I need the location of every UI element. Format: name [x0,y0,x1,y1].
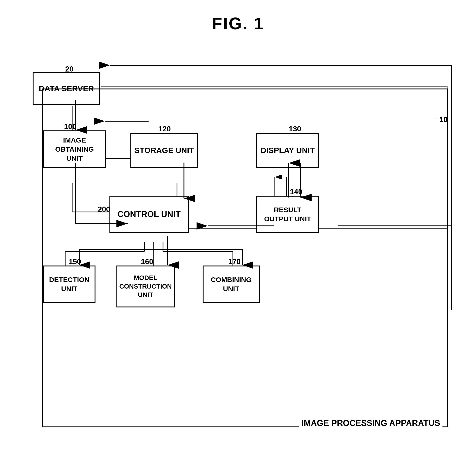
control-block: CONTROL UNIT [110,196,189,233]
model-construction-ref: 160 [141,257,153,266]
image-obtaining-block: IMAGE OBTAINING UNIT [43,130,106,168]
storage-block: STORAGE UNIT [130,133,198,168]
diagram-container: DATA SERVER 20 IMAGE PROCESSING APPARATU… [19,37,457,446]
combining-ref: 170 [228,257,241,266]
outer-box-bracket: ⌒ [435,116,442,125]
detection-ref: 150 [69,257,81,266]
storage-ref: 120 [158,125,171,133]
image-obtaining-ref: 100 [64,122,76,131]
result-output-ref: 140 [290,187,302,196]
result-output-block: RESULT OUTPUT UNIT [256,196,319,233]
combining-block: COMBINING UNIT [203,265,260,303]
outer-label: IMAGE PROCESSING APPARATUS [299,418,442,429]
control-bracket: ⌒ [105,206,112,215]
model-construction-block: MODEL CONSTRUCTION UNIT [116,265,175,307]
figure-title: FIG. 1 [0,0,476,33]
detection-block: DETECTION UNIT [43,265,95,303]
data-server-ref: 20 [65,65,74,73]
display-block: DISPLAY UNIT [256,133,319,168]
display-ref: 130 [289,125,301,133]
